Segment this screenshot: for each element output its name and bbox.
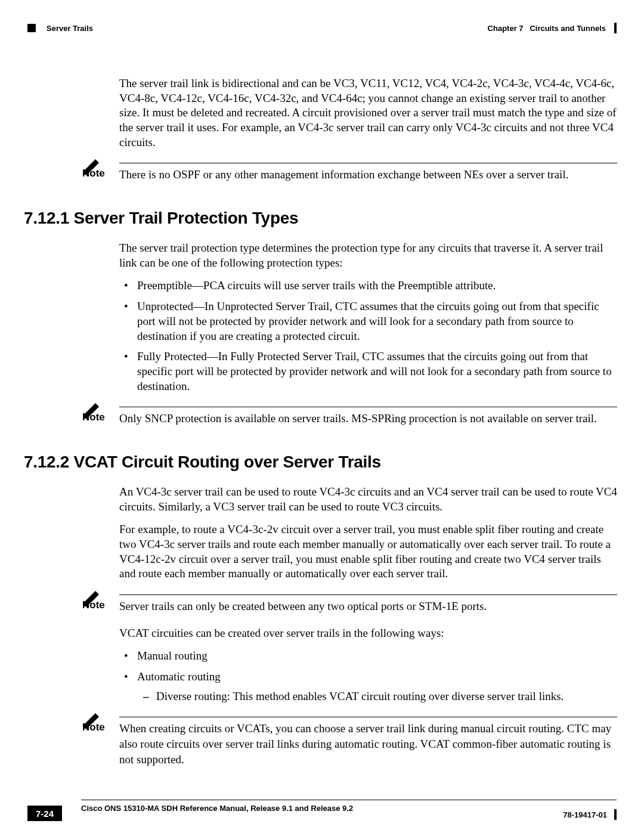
page-content: The server trail link is bidirectional a… (119, 76, 617, 775)
note-text: There is no OSPF or any other management… (119, 167, 617, 182)
pencil-icon (82, 159, 100, 175)
pencil-icon (82, 403, 100, 419)
header-right: Chapter 7 Circuits and Tunnels (488, 23, 617, 33)
note-block-4: Note When creating circuits or VCATs, yo… (119, 717, 617, 767)
page-header: Server Trails Chapter 7 Circuits and Tun… (0, 23, 644, 33)
footer-bar-icon (614, 809, 617, 820)
section1-intro: The server trail protection type determi… (119, 241, 617, 270)
note-row: Note Server trails can only be created b… (119, 599, 617, 614)
sub-bullet-item: Diverse routing: This method enables VCA… (137, 689, 617, 704)
note-row: Note When creating circuits or VCATs, yo… (119, 721, 617, 767)
header-left: Server Trails (27, 24, 93, 33)
section2-bullets: Manual routing Automatic routing Diverse… (119, 649, 617, 704)
footer-manual-title: Cisco ONS 15310-MA SDH Reference Manual,… (81, 804, 353, 813)
footer-docnum: 78-19417-01 (563, 809, 617, 820)
note-rule (119, 594, 617, 595)
page-number-box: 7-24 (27, 806, 62, 821)
section2-para2: For example, to route a VC4-3c-2v circui… (119, 522, 617, 581)
page-footer: Cisco ONS 15310-MA SDH Reference Manual,… (0, 800, 644, 813)
doc-number: 78-19417-01 (563, 810, 607, 819)
note-block-1: Note There is no OSPF or any other manag… (119, 163, 617, 182)
header-chapter: Chapter 7 Circuits and Tunnels (488, 24, 606, 33)
header-square-icon (27, 24, 36, 32)
section-heading-2: 7.12.2 VCAT Circuit Routing over Server … (24, 453, 617, 472)
note-rule (119, 407, 617, 407)
note-rule (119, 163, 617, 163)
note-text: Server trails can only be created betwee… (119, 599, 617, 614)
header-section-label: Server Trails (47, 24, 93, 33)
bullet-item: Automatic routing Diverse routing: This … (119, 670, 617, 704)
note-block-2: Note Only SNCP protection is available o… (119, 407, 617, 426)
intro-paragraph: The server trail link is bidirectional a… (119, 76, 617, 150)
note-row: Note Only SNCP protection is available o… (119, 411, 617, 426)
sub-bullets: Diverse routing: This method enables VCA… (137, 689, 617, 704)
section2-para1: An VC4-3c server trail can be used to ro… (119, 485, 617, 514)
note-block-3: Note Server trails can only be created b… (119, 594, 617, 614)
note-row: Note There is no OSPF or any other manag… (119, 167, 617, 182)
bullet-item: Manual routing (119, 649, 617, 664)
bullet-item: Fully Protected—In Fully Protected Serve… (119, 349, 617, 394)
footer-row: Cisco ONS 15310-MA SDH Reference Manual,… (27, 804, 617, 813)
pencil-icon (82, 591, 100, 606)
note-text: Only SNCP protection is available on ser… (119, 411, 617, 426)
section1-bullets: Preemptible—PCA circuits will use server… (119, 278, 617, 394)
note-rule (119, 717, 617, 717)
note-text: When creating circuits or VCATs, you can… (119, 721, 617, 767)
header-bar-icon (614, 23, 617, 33)
footer-rule (81, 800, 617, 800)
pencil-icon (82, 713, 100, 729)
bullet-item: Preemptible—PCA circuits will use server… (119, 278, 617, 293)
section2-para3: VCAT circuities can be created over serv… (119, 626, 617, 641)
bullet-item: Unprotected—In Unprotected Server Trail,… (119, 299, 617, 343)
section-heading-1: 7.12.1 Server Trail Protection Types (24, 209, 617, 228)
